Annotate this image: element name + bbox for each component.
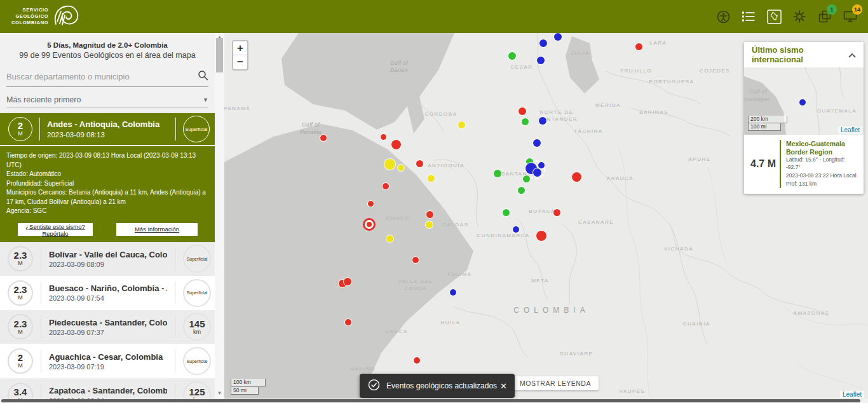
event-row[interactable]: 2.3MPiedecuesta - Santander, Colombia202… [0, 310, 215, 345]
quake-dot[interactable] [450, 289, 456, 296]
quake-dot[interactable] [383, 183, 389, 189]
selected-event-header[interactable]: 2 M Andes - Antioquia, Colombia 2023-03-… [0, 113, 215, 146]
search-icon[interactable] [198, 70, 208, 83]
quake-dot[interactable] [536, 231, 546, 241]
zoom-out-button[interactable]: − [233, 55, 247, 69]
quake-dot[interactable] [519, 107, 526, 115]
quake-dot[interactable] [320, 135, 327, 141]
map-scale-km: 100 km [231, 379, 266, 386]
colombia-map-icon[interactable] [766, 9, 782, 24]
filter-summary: 5 Días, Magnitud de 2.0+ Colombia 99 de … [0, 33, 215, 60]
event-title: Buesaco - Nariño, Colombia - Area de I..… [49, 283, 167, 293]
sgc-logo[interactable]: SERVICIO GEOLÓGICO COLOMBIANO [11, 3, 80, 31]
event-list-icon[interactable] [741, 9, 756, 24]
quake-dot[interactable] [345, 319, 351, 325]
show-legend-button[interactable]: MOSTRAR LEYENDA [512, 376, 599, 390]
quake-dot[interactable] [391, 140, 401, 149]
quake-dot[interactable] [554, 33, 562, 41]
magnitude-badge: 2 M [8, 117, 32, 141]
quake-dot[interactable] [426, 211, 433, 218]
events-sidebar: 5 Días, Magnitud de 2.0+ Colombia 99 de … [0, 33, 215, 403]
selected-quake-marker[interactable] [363, 218, 376, 231]
event-title: Piedecuesta - Santander, Colombia [49, 318, 167, 327]
selected-event-card[interactable]: 2 M Andes - Antioquia, Colombia 2023-03-… [0, 113, 215, 242]
divider [39, 118, 40, 140]
intl-quake-panel: Último sismo internacional Gulf of huant… [744, 42, 864, 194]
quake-dot[interactable] [412, 257, 419, 263]
quake-dot[interactable] [398, 165, 404, 171]
magnitude-badge: 2M [8, 348, 33, 374]
selected-event-actions: ¿Sentiste este sismo? Repórtalo Más Info… [0, 219, 215, 242]
leaflet-attribution-link[interactable]: Leaflet [838, 126, 862, 133]
report-quake-button[interactable]: ¿Sentiste este sismo? Repórtalo [18, 223, 93, 236]
event-main: Bolívar - Valle del Cauca, Colombia2023-… [49, 250, 167, 268]
intl-quake-magnitude: 4.7 M [748, 158, 778, 170]
magnitude-badge: 2.3M [8, 314, 33, 339]
quake-dot[interactable] [522, 118, 529, 125]
quake-dot[interactable] [538, 162, 545, 168]
scroll-down-icon[interactable]: ▼ [215, 389, 224, 398]
mini-map-scale-mi: 100 mi [748, 123, 781, 131]
quake-dot[interactable] [381, 134, 386, 140]
filter-summary-line1: 5 Días, Magnitud de 2.0+ Colombia [0, 41, 215, 49]
event-row[interactable]: 2.3MBolívar - Valle del Cauca, Colombia2… [0, 242, 215, 277]
quake-dot[interactable] [458, 121, 465, 128]
event-row[interactable]: 2MAguachica - Cesar, Colombia2023-03-09 … [0, 344, 215, 378]
search-input[interactable] [6, 72, 198, 81]
event-main: Aguachica - Cesar, Colombia2023-03-09 07… [49, 352, 167, 371]
map-scale-mi: 50 mi [231, 387, 259, 395]
leaflet-attribution-link[interactable]: Leaflet [840, 391, 864, 398]
event-title: Andes - Antioquia, Colombia [47, 120, 168, 130]
intl-mini-map[interactable]: Gulf of huantepec GUATEMALA 200 km 100 m… [744, 67, 864, 135]
quake-dot[interactable] [513, 226, 519, 233]
quake-dot[interactable] [426, 221, 433, 228]
event-row[interactable]: 2.3MBuesaco - Nariño, Colombia - Area de… [0, 276, 215, 310]
depth-badge: Superficial [183, 116, 210, 142]
quake-dot[interactable] [533, 168, 541, 177]
magnitude-badge: 2.3M [8, 246, 33, 271]
sidebar-scrollbar[interactable]: ▲ ▼ [215, 33, 224, 403]
intl-panel-header[interactable]: Último sismo internacional [744, 42, 864, 67]
quake-dot[interactable] [416, 160, 423, 167]
settings-gear-icon[interactable] [792, 9, 807, 24]
quake-dot[interactable] [386, 235, 393, 242]
quake-dot[interactable] [518, 187, 525, 194]
horizontal-scrollbar[interactable] [0, 399, 868, 403]
filter-summary-line2: 99 de 99 Eventos Geológicos en el área d… [0, 51, 215, 60]
quake-dot[interactable] [414, 357, 420, 364]
zoom-in-button[interactable]: + [233, 41, 247, 55]
monitor-icon[interactable]: 14 [843, 9, 858, 24]
divider [41, 282, 41, 304]
intl-quake-dot[interactable] [799, 99, 806, 106]
quake-dot[interactable] [537, 57, 545, 64]
quake-dot[interactable] [344, 278, 351, 285]
quake-dot[interactable] [539, 117, 546, 125]
apps-icon[interactable]: 1 [817, 9, 832, 24]
accessibility-icon[interactable] [715, 9, 731, 24]
scrollbar-thumb[interactable] [1, 399, 860, 402]
quake-dot[interactable] [384, 159, 395, 170]
quake-dot[interactable] [508, 52, 516, 60]
quake-dot[interactable] [503, 209, 510, 216]
sort-select[interactable]: Más reciente primero ▼ [6, 95, 208, 107]
scrollbar-thumb[interactable] [216, 38, 223, 72]
sort-selected-value: Más reciente primero [6, 95, 81, 104]
chevron-down-icon: ▼ [203, 97, 208, 103]
chevron-up-icon[interactable] [848, 49, 856, 60]
event-datetime: 2023-03-09 07:54 [49, 294, 167, 302]
quake-dot[interactable] [368, 201, 374, 207]
divider [780, 140, 781, 188]
quake-dot[interactable] [635, 43, 642, 50]
divider [175, 118, 176, 140]
close-icon[interactable]: ✕ [500, 381, 507, 391]
quake-dot[interactable] [533, 139, 541, 147]
divider [41, 247, 41, 270]
quake-dot[interactable] [523, 175, 530, 182]
quake-dot[interactable] [572, 172, 581, 182]
quake-dot[interactable] [553, 209, 560, 216]
toast-message: Eventos geológicos actualizados [386, 381, 500, 390]
more-info-button[interactable]: Más Información [116, 223, 198, 236]
quake-dot[interactable] [539, 39, 547, 47]
quake-dot[interactable] [428, 175, 435, 182]
quake-dot[interactable] [494, 170, 501, 177]
